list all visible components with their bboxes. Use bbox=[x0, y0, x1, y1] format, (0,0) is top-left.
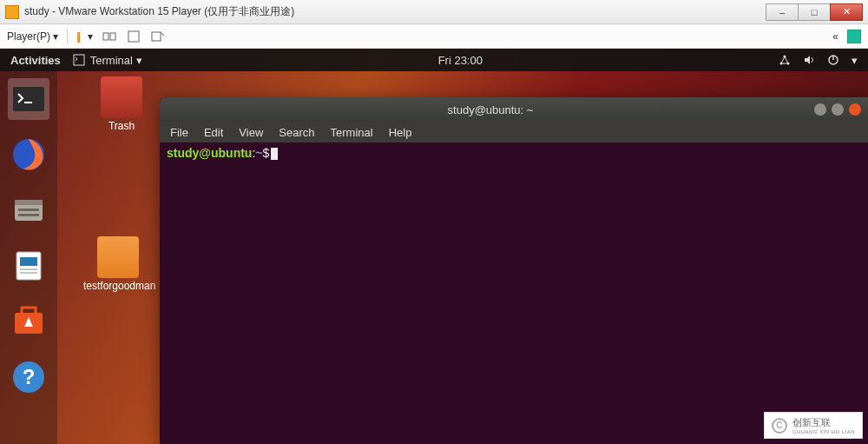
dropdown-icon[interactable]: ▾ bbox=[88, 30, 93, 43]
prompt-user: study@ubuntu bbox=[167, 146, 252, 160]
terminal-menubar: File Edit View Search Terminal Help bbox=[160, 122, 868, 142]
watermark-sub: CHUANG XIN HU LIAN bbox=[792, 429, 855, 434]
vmware-app-icon bbox=[5, 5, 19, 19]
terminal-body[interactable]: study@ubuntu:~$ bbox=[160, 142, 868, 444]
folder-icon bbox=[97, 236, 139, 278]
ubuntu-top-bar: Activities Terminal ▾ Fri 23:00 ▾ bbox=[0, 49, 868, 71]
terminal-title: study@ubuntu: ~ bbox=[167, 103, 814, 116]
clock[interactable]: Fri 23:00 bbox=[155, 54, 766, 67]
collapse-button[interactable]: « bbox=[832, 30, 838, 43]
menu-search[interactable]: Search bbox=[279, 126, 314, 139]
terminal-window: study@ubuntu: ~ File Edit View Search Te… bbox=[160, 97, 868, 444]
svg-rect-5 bbox=[74, 55, 84, 65]
trash-label: Trash bbox=[87, 120, 156, 132]
svg-rect-15 bbox=[15, 200, 43, 205]
dock-firefox[interactable] bbox=[8, 134, 49, 176]
menu-file[interactable]: File bbox=[170, 126, 188, 139]
unity-mode-icon[interactable] bbox=[150, 29, 166, 44]
chevron-down-icon: ▾ bbox=[852, 54, 858, 67]
trash-icon bbox=[101, 76, 142, 118]
window-controls: – □ ✕ bbox=[766, 3, 863, 21]
cursor bbox=[271, 148, 278, 160]
dock-terminal[interactable] bbox=[8, 78, 49, 120]
vm-display: Activities Terminal ▾ Fri 23:00 ▾ bbox=[0, 49, 868, 444]
ubuntu-desktop[interactable]: ? Trash testforgoodman study@ubuntu: ~ bbox=[0, 71, 868, 444]
windows-titlebar: study - VMware Workstation 15 Player (仅用… bbox=[0, 0, 868, 24]
app-menu[interactable]: Terminal ▾ bbox=[73, 54, 142, 67]
pause-button[interactable]: || bbox=[76, 30, 79, 43]
svg-rect-0 bbox=[103, 33, 108, 40]
desktop-folder-testforgoodman[interactable]: testforgoodman bbox=[83, 236, 153, 292]
firefox-icon bbox=[11, 137, 46, 172]
fullscreen-icon[interactable] bbox=[126, 29, 141, 44]
svg-rect-19 bbox=[20, 257, 37, 266]
term-maximize-button[interactable] bbox=[832, 103, 844, 116]
dock-software[interactable] bbox=[8, 301, 49, 342]
menu-view[interactable]: View bbox=[239, 126, 263, 139]
hint-icon[interactable] bbox=[847, 30, 861, 43]
separator bbox=[67, 29, 68, 44]
prompt-path: ~ bbox=[255, 146, 262, 160]
dock-writer[interactable] bbox=[8, 245, 49, 287]
help-icon: ? bbox=[11, 360, 46, 394]
terminal-app-icon bbox=[11, 82, 46, 116]
menu-terminal[interactable]: Terminal bbox=[331, 126, 373, 139]
vmware-toolbar: Player(P) ▾ || ▾ « bbox=[0, 24, 868, 49]
term-close-button[interactable] bbox=[849, 103, 861, 116]
svg-rect-1 bbox=[110, 33, 115, 40]
menu-edit[interactable]: Edit bbox=[204, 126, 223, 139]
dock-files[interactable] bbox=[8, 189, 49, 231]
svg-line-4 bbox=[161, 32, 164, 36]
desktop-trash[interactable]: Trash bbox=[87, 76, 156, 132]
network-icon bbox=[779, 54, 791, 66]
activities-button[interactable]: Activities bbox=[10, 54, 61, 67]
prompt-end: $ bbox=[263, 146, 270, 160]
maximize-button[interactable]: □ bbox=[798, 3, 831, 21]
terminal-titlebar[interactable]: study@ubuntu: ~ bbox=[160, 97, 868, 122]
libreoffice-writer-icon bbox=[11, 249, 46, 283]
volume-icon bbox=[803, 54, 815, 66]
folder-label: testforgoodman bbox=[83, 280, 153, 292]
watermark-logo-icon: C bbox=[772, 418, 787, 434]
terminal-icon bbox=[73, 54, 85, 66]
power-icon bbox=[827, 54, 839, 66]
system-tray[interactable]: ▾ bbox=[779, 54, 858, 67]
watermark-brand: 创新互联 bbox=[792, 416, 855, 429]
watermark: C 创新互联 CHUANG XIN HU LIAN bbox=[764, 412, 863, 439]
minimize-button[interactable]: – bbox=[766, 3, 799, 21]
svg-rect-3 bbox=[152, 32, 161, 41]
svg-rect-16 bbox=[18, 209, 39, 211]
send-ctrl-alt-del-icon[interactable] bbox=[102, 29, 117, 44]
window-title: study - VMware Workstation 15 Player (仅用… bbox=[24, 4, 761, 19]
ubuntu-software-icon bbox=[11, 304, 46, 339]
app-menu-label: Terminal ▾ bbox=[90, 54, 142, 67]
files-icon bbox=[11, 193, 46, 228]
svg-rect-17 bbox=[18, 214, 39, 216]
svg-rect-11 bbox=[13, 87, 44, 111]
dock: ? bbox=[0, 71, 57, 444]
player-menu[interactable]: Player(P) ▾ bbox=[7, 30, 58, 43]
menu-help[interactable]: Help bbox=[389, 126, 412, 139]
dock-help[interactable]: ? bbox=[8, 356, 49, 398]
term-minimize-button[interactable] bbox=[814, 103, 826, 116]
svg-text:?: ? bbox=[23, 365, 36, 388]
svg-rect-2 bbox=[128, 31, 139, 42]
close-button[interactable]: ✕ bbox=[830, 3, 863, 21]
